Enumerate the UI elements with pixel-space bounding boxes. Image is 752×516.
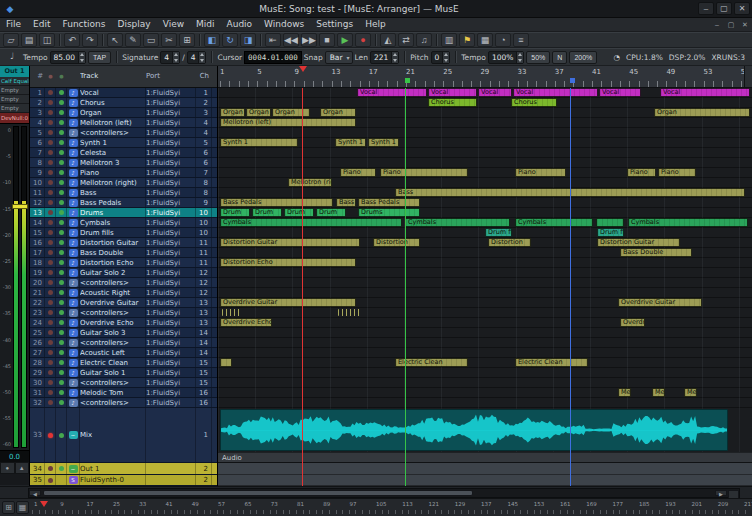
record-arm-cell[interactable] bbox=[45, 338, 56, 347]
track-on-cell[interactable] bbox=[56, 378, 67, 387]
part[interactable]: Synth 1 bbox=[368, 138, 399, 147]
track-channel[interactable]: 1 bbox=[196, 88, 212, 97]
track-on-cell[interactable] bbox=[56, 258, 67, 267]
track-row[interactable]: 35SFluidSynth-02 bbox=[30, 475, 217, 486]
track-on-cell[interactable] bbox=[56, 238, 67, 247]
track-on-cell[interactable] bbox=[56, 338, 67, 347]
track-row[interactable]: 10♪Mellotron (right)1:FluidSyi8 bbox=[30, 178, 217, 188]
part[interactable]: Drum fills bbox=[597, 228, 624, 237]
track-channel[interactable]: 4 bbox=[196, 118, 212, 127]
part[interactable]: Piano bbox=[380, 168, 468, 177]
close-icon[interactable]: ✕ bbox=[734, 2, 750, 15]
record-arm-cell[interactable] bbox=[45, 148, 56, 157]
bigtime-window-icon[interactable]: ◔ bbox=[495, 33, 511, 47]
record-arm-cell[interactable] bbox=[45, 298, 56, 307]
track-channel[interactable]: 12 bbox=[196, 278, 212, 287]
part[interactable]: Bass Pedals bbox=[358, 198, 420, 207]
track-port[interactable]: 1:FluidSyi bbox=[146, 108, 196, 117]
loop-icon[interactable]: ↻ bbox=[222, 33, 238, 47]
part[interactable]: Vocal bbox=[357, 88, 427, 97]
transport-window-icon[interactable]: ▦ bbox=[477, 33, 493, 47]
track-channel[interactable]: 8 bbox=[196, 188, 212, 197]
track-on-cell[interactable] bbox=[56, 298, 67, 307]
track-channel[interactable]: 14 bbox=[196, 328, 212, 337]
overview-playhead-marker[interactable] bbox=[40, 501, 48, 507]
track-on-cell[interactable] bbox=[56, 268, 67, 277]
part[interactable]: Overdrive Guitar bbox=[220, 298, 356, 307]
track-on-cell[interactable] bbox=[56, 98, 67, 107]
tempo-50-button[interactable]: 50% bbox=[526, 51, 550, 64]
track-row[interactable]: 9♪Piano1:FluidSyi7 bbox=[30, 168, 217, 178]
record-arm-cell[interactable] bbox=[45, 398, 56, 407]
track-channel[interactable]: 15 bbox=[196, 358, 212, 367]
signature-denominator-spinbox[interactable]: 4 bbox=[187, 51, 207, 64]
track-channel[interactable]: 12 bbox=[196, 288, 212, 297]
part[interactable]: Distortion Guitar bbox=[597, 238, 680, 247]
track-row[interactable]: 29♪Guitar Solo 11:FluidSyi15 bbox=[30, 368, 217, 378]
part[interactable] bbox=[222, 309, 242, 316]
ruler-corner-box[interactable] bbox=[744, 66, 752, 87]
track-on-cell[interactable] bbox=[56, 318, 67, 327]
part[interactable]: Bass Double bbox=[620, 248, 692, 257]
track-channel[interactable]: 2 bbox=[196, 475, 212, 485]
track-on-cell[interactable] bbox=[56, 148, 67, 157]
record-arm-cell[interactable] bbox=[45, 278, 56, 287]
save-song-icon[interactable]: ◫ bbox=[39, 33, 55, 47]
scroll-left-icon[interactable]: ◀ bbox=[29, 490, 41, 496]
snap-select[interactable]: Bar bbox=[325, 51, 353, 64]
signature-numerator-spinbox[interactable]: 4 bbox=[160, 51, 180, 64]
playhead-ruler-marker[interactable] bbox=[299, 66, 307, 72]
track-on-cell[interactable] bbox=[56, 388, 67, 397]
scissors-tool-icon[interactable]: ✂ bbox=[161, 33, 177, 47]
track-channel[interactable]: 11 bbox=[196, 248, 212, 257]
gain-value-display[interactable]: 0.0 bbox=[0, 450, 29, 462]
record-arm-cell[interactable] bbox=[45, 138, 56, 147]
track-port[interactable]: 1:FluidSyi bbox=[146, 318, 196, 327]
track-channel[interactable]: 16 bbox=[196, 398, 212, 407]
part[interactable]: Distortion Guitar bbox=[220, 238, 360, 247]
menu-file[interactable]: File bbox=[0, 18, 27, 31]
track-row[interactable]: 33~Mix1 bbox=[30, 408, 217, 463]
track-port[interactable]: 1:FluidSyi bbox=[146, 358, 196, 367]
part[interactable]: Distortion bbox=[488, 238, 531, 247]
horizontal-scrollbar[interactable]: ◀ ▶ bbox=[0, 486, 752, 498]
minimize-icon[interactable]: – bbox=[698, 2, 714, 15]
glue-tool-icon[interactable]: ⊞ bbox=[179, 33, 195, 47]
grid-view-button[interactable]: ▦ bbox=[16, 501, 29, 514]
track-channel[interactable]: 15 bbox=[196, 368, 212, 377]
track-channel[interactable]: 2 bbox=[196, 98, 212, 107]
track-on-cell[interactable] bbox=[56, 88, 67, 97]
rewind-icon[interactable]: ◀◀ bbox=[283, 33, 299, 47]
effects-rack-slot[interactable]: Empty bbox=[0, 86, 29, 95]
track-port[interactable]: 1:FluidSyi bbox=[146, 328, 196, 337]
track-on-cell[interactable] bbox=[56, 218, 67, 227]
punch-out-icon[interactable]: ◨ bbox=[240, 33, 256, 47]
redo-icon[interactable]: ↷ bbox=[82, 33, 98, 47]
track-channel[interactable]: 7 bbox=[196, 168, 212, 177]
track-port[interactable]: 1:FluidSyi bbox=[146, 188, 196, 197]
part[interactable]: Cymbals bbox=[405, 218, 510, 227]
track-channel[interactable]: 14 bbox=[196, 348, 212, 357]
track-row[interactable]: 23♪<controllers>1:FluidSyi13 bbox=[30, 308, 217, 318]
track-port[interactable]: 1:FluidSyi bbox=[146, 198, 196, 207]
part[interactable]: Drum bbox=[316, 208, 346, 217]
part[interactable]: Synth 1 bbox=[335, 138, 366, 147]
part[interactable]: Organ bbox=[220, 108, 245, 117]
track-channel[interactable]: 10 bbox=[196, 218, 212, 227]
track-row[interactable]: 13♪Drums1:FluidSyi10 bbox=[30, 208, 217, 218]
scrollbar-thumb[interactable] bbox=[43, 490, 473, 496]
track-channel[interactable]: 9 bbox=[196, 198, 212, 207]
effects-rack-slot[interactable]: Calf Equali bbox=[0, 77, 29, 86]
track-channel[interactable]: 1 bbox=[196, 408, 212, 462]
track-port[interactable]: 1:FluidSyi bbox=[146, 398, 196, 407]
track-row[interactable]: 26♪<controllers>1:FluidSyi14 bbox=[30, 338, 217, 348]
effects-rack-slot[interactable]: Empty bbox=[0, 95, 29, 104]
track-row[interactable]: 32♪<controllers>1:FluidSyi16 bbox=[30, 398, 217, 408]
mdi-close-icon[interactable]: ✕ bbox=[738, 19, 752, 30]
part[interactable]: Mellotron (right) bbox=[288, 178, 332, 187]
position-ruler-flag[interactable] bbox=[405, 78, 410, 83]
part[interactable]: Drum bbox=[220, 208, 250, 217]
record-arm-cell[interactable] bbox=[45, 388, 56, 397]
track-channel[interactable]: 5 bbox=[196, 138, 212, 147]
track-row[interactable]: 34~Out 12 bbox=[30, 463, 217, 475]
